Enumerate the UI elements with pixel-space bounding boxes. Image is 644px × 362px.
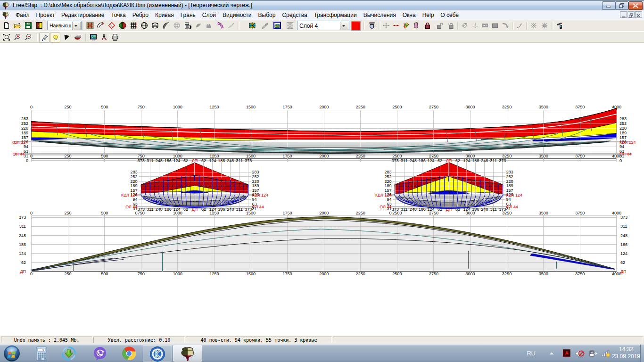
toolbar-zoom-out[interactable]	[23, 33, 33, 42]
toolbar-intersect-curve[interactable]	[514, 21, 525, 31]
layer-combo[interactable]: Слой 4	[297, 21, 349, 30]
precision-combo[interactable]: Наивысш.	[47, 21, 82, 30]
show-desktop-button[interactable]	[640, 345, 644, 362]
restore-button[interactable]	[615, 1, 628, 10]
toolbar-save-image[interactable]	[88, 33, 99, 42]
toolbar-zoom-extents[interactable]	[1, 33, 12, 42]
toolbar-separator	[552, 22, 553, 30]
toolbar-zebra-shading[interactable]	[285, 21, 295, 31]
toolbar-developed-hull[interactable]	[73, 33, 83, 42]
toolbar-interior-edges[interactable]	[107, 21, 117, 31]
toolbar-open-folder[interactable]	[12, 21, 23, 31]
menu-help[interactable]: Help	[419, 10, 438, 20]
menu-file[interactable]: Файл	[12, 10, 33, 20]
toolbar-edge-box[interactable]	[490, 21, 500, 31]
menu-face[interactable]: Грань	[177, 10, 199, 20]
toolbar-zoom-in[interactable]	[12, 33, 23, 42]
svg-text:2000: 2000	[319, 105, 329, 109]
toolbar-align-points[interactable]	[391, 21, 401, 31]
toolbar-project-points[interactable]	[401, 21, 411, 31]
menu-project[interactable]: Проект	[33, 10, 58, 20]
toolbar-collapse-edge[interactable]	[480, 21, 490, 31]
adobe-acrobat-tray-icon[interactable]	[563, 349, 570, 357]
drawing-canvas[interactable]: 0025025050050075075010001000125012501500…	[0, 43, 644, 335]
toolbar-developable[interactable]	[226, 21, 236, 31]
menu-tools[interactable]: Средства	[279, 10, 310, 20]
svg-text:3250: 3250	[502, 211, 512, 215]
mdi-close-button[interactable]	[635, 11, 642, 18]
toolbar-knife-cut[interactable]	[554, 21, 565, 31]
menu-calculations[interactable]: Вычисления	[360, 10, 399, 20]
toolbar-control-net[interactable]	[85, 21, 95, 31]
toolbar-normals[interactable]	[247, 21, 257, 31]
taskbar-freeship-button[interactable]	[173, 345, 202, 362]
combo-arrow-icon[interactable]	[72, 22, 81, 30]
taskbar-kompas-button[interactable]	[143, 345, 172, 362]
svg-text:3500: 3500	[539, 105, 548, 109]
menu-selection[interactable]: Выбор	[255, 10, 279, 20]
svg-text:252: 252	[21, 121, 28, 126]
toolbar-lock-all[interactable]	[446, 21, 456, 31]
toolbar-unlock-points[interactable]	[434, 21, 445, 31]
toolbar-grid-sphere[interactable]	[172, 21, 182, 31]
toolbar-both-sides[interactable]	[117, 21, 128, 31]
close-button[interactable]	[628, 1, 643, 10]
toolbar-exit-door[interactable]	[34, 21, 44, 31]
toolbar-curvature[interactable]	[215, 21, 225, 31]
toolbar-diagonals-shell[interactable]	[161, 21, 171, 31]
toolbar-remove-face[interactable]	[539, 21, 550, 31]
toolbar-split-edge[interactable]	[470, 21, 480, 31]
toolbar-bulb-wireframe[interactable]	[50, 33, 60, 42]
toolbar-pen-mode[interactable]	[39, 33, 50, 42]
toolbar-shade-triangle[interactable]	[62, 33, 72, 42]
tray-language-indicator[interactable]: RU	[527, 350, 536, 357]
mdi-minimize-button[interactable]	[620, 11, 627, 18]
menu-windows[interactable]: Окна	[399, 10, 419, 20]
taskbar-chrome-icon[interactable]	[122, 346, 137, 361]
toolbar-insert-plane[interactable]	[500, 21, 510, 31]
safely-remove-icon[interactable]	[589, 350, 598, 357]
tray-clock[interactable]: 14:3223.09.2019	[612, 346, 640, 360]
toolbar-planes[interactable]	[260, 21, 270, 31]
toolbar-mirror-pages[interactable]	[411, 21, 421, 31]
menu-edge[interactable]: Ребро	[129, 10, 152, 20]
toolbar-print[interactable]	[110, 33, 120, 42]
toolbar-save-file[interactable]	[23, 21, 33, 31]
menu-curve[interactable]: Кривая	[152, 10, 177, 20]
menu-edit[interactable]: Редактирование	[58, 10, 107, 20]
toolbar-waterlines-box[interactable]	[150, 21, 160, 31]
toolbar-layer-colors[interactable]	[272, 21, 282, 31]
minimize-button[interactable]	[602, 1, 615, 10]
toolbar-buttocks-globe[interactable]	[139, 21, 149, 31]
hidden-icons-arrow[interactable]	[548, 350, 555, 357]
toolbar-new-document[interactable]	[1, 21, 12, 31]
menu-visibility[interactable]: Видимости	[219, 10, 255, 20]
menu-layer[interactable]: Слой	[199, 10, 219, 20]
toolbar-move-point[interactable]	[381, 21, 391, 31]
menu-point[interactable]: Точка	[107, 10, 129, 20]
combo-arrow-icon[interactable]	[340, 22, 348, 30]
toolbar-flowlines[interactable]	[193, 21, 204, 31]
menu-transformations[interactable]: Трансформации	[311, 10, 360, 20]
toolbar-resistance[interactable]	[204, 21, 215, 31]
svg-text:186: 186	[419, 207, 426, 212]
title-bar[interactable]: Free!Ship : D:\dos\Мех обработка\Лодка\К…	[0, 0, 644, 10]
toolbar-lock-points[interactable]	[422, 21, 433, 31]
menu-about[interactable]: О себе	[437, 10, 462, 20]
start-button[interactable]	[3, 345, 21, 362]
taskbar-viber-icon[interactable]	[92, 346, 107, 361]
volume-muted-icon[interactable]	[575, 350, 586, 357]
taskbar-calculator-icon[interactable]: 0	[34, 346, 49, 361]
toolbar-control-curves[interactable]	[96, 21, 106, 31]
toolbar-measure-model[interactable]	[99, 33, 109, 42]
network-signal-icon[interactable]	[602, 350, 611, 357]
toolbar-perspective-pawn[interactable]	[367, 21, 377, 31]
toolbar-hydrostatics-calculator[interactable]	[182, 21, 193, 31]
taskbar-download-master-icon[interactable]	[61, 346, 76, 361]
toolbar-new-face[interactable]	[460, 21, 470, 31]
toolbar-remove-point[interactable]	[528, 21, 539, 31]
mdi-restore-button[interactable]	[627, 11, 635, 18]
layer-color-swatch[interactable]	[351, 21, 361, 31]
svg-text:189: 189	[252, 183, 259, 188]
toolbar-stations-grid[interactable]	[128, 21, 139, 31]
